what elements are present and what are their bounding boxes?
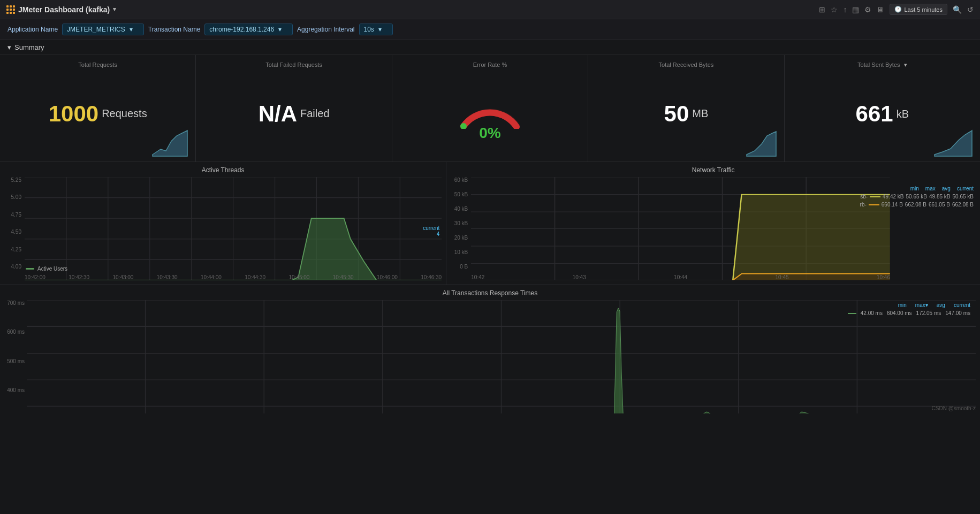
dashboard-icon[interactable]: ⊞ — [819, 5, 825, 14]
rt-min: 42.00 ms — [861, 310, 883, 316]
x-label-0: 10:42:00 — [25, 274, 45, 280]
grid-icon[interactable]: ▦ — [852, 5, 859, 14]
nx-0: 10:42 — [471, 274, 484, 280]
network-legend: min max avg current sb- 49.42 kB 50.65 k… — [860, 186, 974, 208]
settings-icon[interactable]: ⚙ — [864, 5, 871, 14]
failed-unit: Failed — [300, 108, 329, 120]
search-icon[interactable]: 🔍 — [953, 5, 962, 14]
active-threads-y-labels: 5.25 5.00 4.75 4.50 4.25 4.00 — [4, 177, 24, 270]
topbar-actions: ⊞ ☆ ↑ ▦ ⚙ 🖥 🕐 Last 5 minutes 🔍 ↺ — [819, 4, 974, 15]
summary-cards: Total Requests 1000 Requests Total Faile… — [0, 55, 980, 162]
x-label-3: 10:43:30 — [157, 274, 178, 280]
dropdown-icon[interactable]: ▾ — [904, 62, 907, 68]
col-min: min — [910, 186, 919, 191]
response-times-panel: All Transactions Response Times 700 ms 6… — [0, 285, 980, 413]
summary-title: Summary — [14, 43, 44, 51]
filterbar: Application Name JMETER_METRICS Transact… — [0, 19, 980, 40]
card-title-error: Error Rate % — [401, 62, 579, 68]
svg-marker-2 — [747, 132, 776, 156]
response-times-title: All Transactions Response Times — [4, 289, 976, 297]
received-unit: MB — [692, 108, 708, 120]
charts-row: Active Threads 5.25 5.00 4.75 4.50 4.25 … — [0, 162, 980, 285]
svg-marker-47 — [612, 308, 976, 413]
card-error-rate: Error Rate % 0% — [392, 55, 588, 162]
col-avg: avg — [942, 186, 951, 191]
agg-interval-select[interactable]: 10s — [359, 24, 393, 35]
ny-4: 20 kB — [454, 235, 468, 241]
card-total-requests: Total Requests 1000 Requests — [0, 55, 196, 162]
sb-min: 49.42 kB — [883, 194, 903, 200]
gauge-container: 0% — [401, 72, 579, 155]
monitor-icon[interactable]: 🖥 — [877, 5, 884, 14]
card-received-bytes: Total Received Bytes 50 MB — [588, 55, 784, 162]
rt-col-current: current — [954, 302, 970, 308]
x-label-8: 10:46:00 — [377, 274, 398, 280]
brand-chevron[interactable]: ▾ — [113, 6, 116, 13]
x-label-9: 10:46:30 — [421, 274, 442, 280]
card-title-sent: Total Sent Bytes ▾ — [793, 62, 971, 68]
current-label: current 4 — [423, 225, 439, 237]
ny-3: 30 kB — [454, 220, 468, 226]
requests-sparkline — [147, 125, 190, 157]
chevron-icon: ▾ — [7, 43, 11, 51]
gauge-value: 0% — [479, 125, 500, 142]
app-name-value: JMETER_METRICS — [67, 26, 125, 33]
sent-sparkline — [932, 125, 975, 157]
network-svg-wrapper: 10:42 10:43 10:44 10:45 10:46 — [471, 177, 890, 280]
card-title-received: Total Received Bytes — [597, 62, 775, 68]
x-label-1: 10:42:30 — [69, 274, 89, 280]
sent-unit: kB — [897, 108, 909, 120]
topbar: JMeter Dashboard (kafka) ▾ ⊞ ☆ ↑ ▦ ⚙ 🖥 🕐… — [0, 0, 980, 19]
ny-2: 40 kB — [454, 206, 468, 212]
y-label-1: 5.00 — [11, 194, 21, 200]
rb-line — [869, 204, 879, 205]
network-traffic-chart: 60 kB 50 kB 40 kB 30 kB 20 kB 10 kB 0 B — [451, 177, 976, 280]
time-range[interactable]: 🕐 Last 5 minutes — [890, 4, 947, 15]
requests-unit: Requests — [102, 108, 147, 120]
rt-y-0: 700 ms — [7, 300, 25, 306]
received-sparkline — [736, 125, 779, 157]
rt-legend-line — [848, 313, 856, 314]
rt-avg: 172.05 ms — [916, 310, 941, 316]
app-name-select[interactable]: JMETER_METRICS — [62, 24, 144, 35]
nx-1: 10:43 — [573, 274, 586, 280]
rt-y-2: 500 ms — [7, 358, 25, 364]
x-label-6: 10:45:00 — [289, 274, 310, 280]
rt-y-labels: 700 ms 600 ms 500 ms 400 ms 300 ms 200 m… — [4, 300, 27, 413]
star-icon[interactable]: ☆ — [831, 5, 838, 14]
svg-marker-0 — [153, 131, 187, 156]
rt-col-avg: avg — [937, 302, 945, 308]
app-icon — [6, 5, 15, 14]
network-traffic-panel: Network Traffic 60 kB 50 kB 40 kB 30 kB … — [446, 162, 980, 285]
rb-avg: 661.05 B — [929, 202, 950, 208]
summary-header: ▾ Summary — [0, 40, 980, 55]
card-value-area-failed: N/A Failed — [204, 72, 383, 155]
sent-value: 661 — [856, 101, 893, 127]
ny-6: 0 B — [460, 264, 468, 270]
brand-title: JMeter Dashboard (kafka) — [18, 5, 110, 14]
y-label-2: 4.75 — [11, 212, 21, 218]
rb-min: 660.14 B — [882, 202, 903, 208]
requests-value: 1000 — [49, 101, 98, 127]
rb-max: 662.08 B — [905, 202, 926, 208]
card-sent-bytes: Total Sent Bytes ▾ 661 kB — [785, 55, 980, 162]
rt-current: 147.00 ms — [945, 310, 970, 316]
ny-5: 10 kB — [454, 249, 468, 255]
app-name-label: Application Name — [7, 26, 58, 33]
x-label-2: 10:43:00 — [113, 274, 134, 280]
gauge-svg — [455, 86, 525, 129]
rt-svg-area — [27, 300, 976, 413]
rt-col-min: min — [898, 302, 907, 308]
sb-avg: 49.85 kB — [929, 194, 950, 200]
y-label-0: 5.25 — [11, 177, 21, 183]
x-label-5: 10:44:30 — [245, 274, 265, 280]
refresh-icon[interactable]: ↺ — [967, 5, 974, 14]
active-threads-chart: 5.25 5.00 4.75 4.50 4.25 4.00 — [4, 177, 442, 280]
col-max: max — [925, 186, 936, 191]
brand: JMeter Dashboard (kafka) ▾ — [6, 5, 116, 14]
share-icon[interactable]: ↑ — [843, 5, 847, 14]
active-users-legend-label: Active Users — [37, 266, 67, 272]
svg-marker-31 — [471, 195, 890, 280]
txn-name-select[interactable]: chrome-192.168.1.246 — [204, 24, 293, 35]
sb-name: sb- — [860, 194, 868, 200]
